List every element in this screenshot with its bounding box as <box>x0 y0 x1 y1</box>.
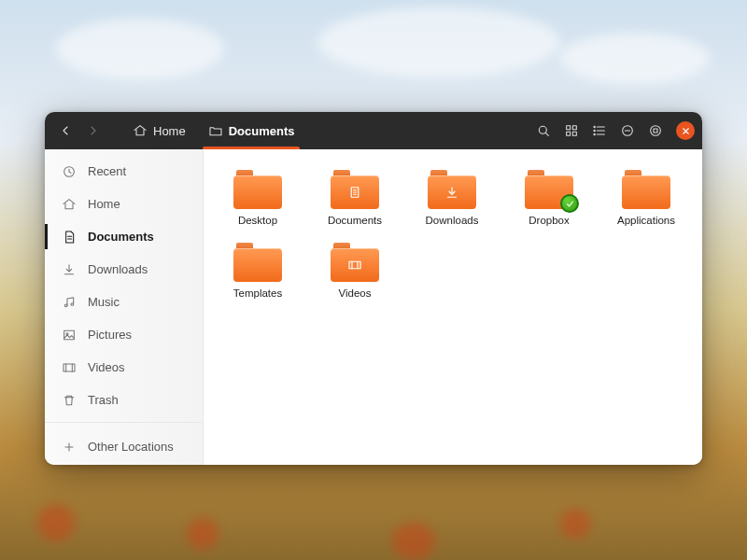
video-icon <box>62 360 77 375</box>
sidebar-item-documents[interactable]: Documents <box>45 220 203 253</box>
sidebar-item-pictures[interactable]: Pictures <box>45 318 203 351</box>
sidebar-item-downloads[interactable]: Downloads <box>45 253 203 286</box>
path-bar: Home Documents <box>121 112 305 149</box>
path-segment-documents[interactable]: Documents <box>197 112 306 149</box>
path-segment-label: Documents <box>229 124 295 138</box>
image-icon <box>62 328 77 343</box>
music-icon <box>62 295 77 310</box>
folder-icon <box>233 170 282 209</box>
svg-rect-1 <box>567 126 571 130</box>
window-close-button[interactable] <box>676 121 695 140</box>
folder-item[interactable]: Downloads <box>416 170 487 226</box>
window-maximize-button[interactable] <box>642 118 669 144</box>
folder-view[interactable]: DesktopDocumentsDownloadsDropboxApplicat… <box>204 149 702 465</box>
folder-icon <box>428 170 476 209</box>
svg-rect-14 <box>64 330 75 339</box>
folder-item[interactable]: Dropbox <box>514 170 585 226</box>
folder-icon <box>525 170 573 209</box>
svg-point-15 <box>66 332 68 334</box>
nav-back-button[interactable] <box>52 118 78 144</box>
folder-label: Dropbox <box>529 215 569 226</box>
file-manager-window: Home Documents <box>45 112 702 465</box>
folder-label: Applications <box>617 215 675 226</box>
path-segment-home[interactable]: Home <box>121 112 197 149</box>
plus-icon <box>62 440 77 455</box>
sidebar-item-label: Videos <box>88 360 125 374</box>
sidebar-item-label: Recent <box>88 164 126 178</box>
folder-label: Videos <box>339 287 372 299</box>
svg-point-12 <box>64 304 67 307</box>
folder-icon <box>233 243 282 282</box>
document-icon <box>62 230 77 245</box>
sidebar-item-recent[interactable]: Recent <box>45 155 203 188</box>
window-minimize-button[interactable] <box>614 118 641 144</box>
folder-item[interactable]: Applications <box>611 170 682 226</box>
folder-item[interactable]: Templates <box>222 243 293 299</box>
sync-ok-emblem <box>560 194 579 213</box>
view-grid-button[interactable] <box>558 118 585 144</box>
headerbar: Home Documents <box>45 112 702 149</box>
clock-icon <box>62 164 77 179</box>
svg-point-6 <box>594 130 595 131</box>
sidebar-item-label: Trash <box>88 393 119 407</box>
svg-rect-18 <box>349 261 360 269</box>
download-icon <box>62 262 77 277</box>
folder-item[interactable]: Documents <box>319 170 390 226</box>
svg-rect-16 <box>63 364 75 371</box>
path-segment-label: Home <box>153 124 186 138</box>
folder-item[interactable]: Desktop <box>222 170 293 226</box>
sidebar-item-label: Downloads <box>88 262 148 276</box>
sidebar-item-home[interactable]: Home <box>45 188 203 220</box>
sidebar-item-label: Home <box>88 197 120 211</box>
folder-item[interactable]: Videos <box>319 243 390 299</box>
sidebar-item-videos[interactable]: Videos <box>45 351 203 384</box>
sidebar-item-label: Documents <box>88 230 154 244</box>
svg-point-0 <box>539 126 546 133</box>
sidebar-item-other-locations[interactable]: Other Locations <box>45 428 203 465</box>
sidebar-item-music[interactable]: Music <box>45 286 203 318</box>
folder-label: Templates <box>233 287 282 299</box>
search-button[interactable] <box>530 118 557 144</box>
places-sidebar: Recent Home Documents Downloads Music Pi… <box>45 149 204 465</box>
sidebar-item-trash[interactable]: Trash <box>45 384 203 416</box>
svg-rect-2 <box>572 126 576 130</box>
folder-icon <box>331 243 379 282</box>
folder-label: Documents <box>328 215 382 226</box>
folder-label: Downloads <box>426 215 479 226</box>
svg-rect-4 <box>572 132 576 135</box>
folder-icon <box>622 170 670 209</box>
svg-point-5 <box>594 126 595 127</box>
view-list-button[interactable] <box>586 118 613 144</box>
folder-icon <box>331 170 379 209</box>
sidebar-item-label: Other Locations <box>88 440 174 454</box>
nav-forward-button[interactable] <box>80 118 106 144</box>
home-icon <box>62 197 77 212</box>
svg-rect-10 <box>654 129 657 133</box>
trash-icon <box>62 393 77 408</box>
sidebar-item-label: Music <box>88 295 120 309</box>
folder-label: Desktop <box>238 215 277 226</box>
svg-point-7 <box>594 133 595 134</box>
sidebar-item-label: Pictures <box>88 328 132 342</box>
svg-point-13 <box>71 302 74 305</box>
svg-rect-3 <box>567 132 571 135</box>
svg-point-9 <box>651 126 661 136</box>
